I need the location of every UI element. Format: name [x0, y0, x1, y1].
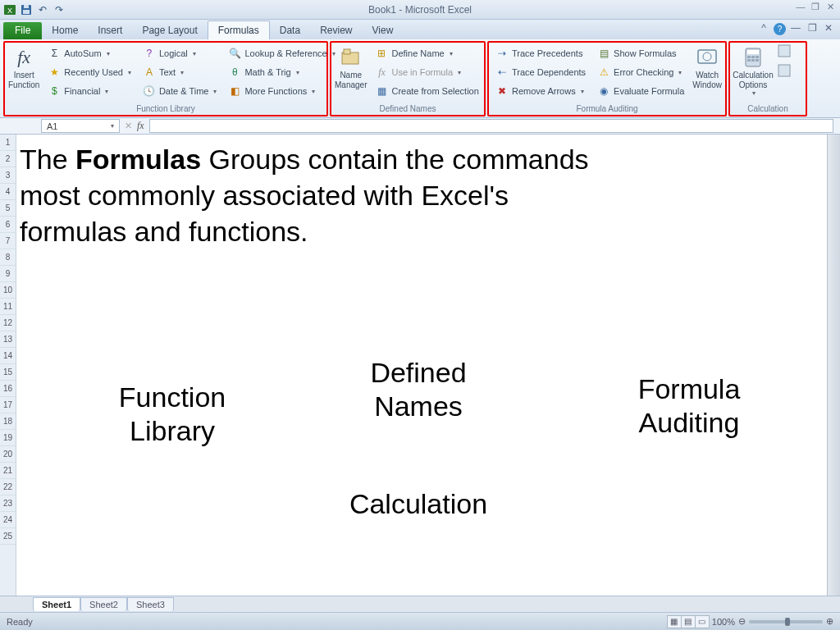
- zoom-in-button[interactable]: ⊕: [826, 616, 833, 627]
- tab-data[interactable]: Data: [270, 21, 310, 39]
- cube-icon: ◧: [228, 84, 241, 98]
- recently-used-button[interactable]: ★Recently Used▾: [44, 63, 135, 81]
- tab-file[interactable]: File: [3, 22, 42, 39]
- calculate-sheet-icon[interactable]: [778, 64, 792, 79]
- row-header[interactable]: 11: [0, 299, 16, 315]
- formula-input[interactable]: [149, 119, 833, 133]
- row-header[interactable]: 20: [0, 446, 16, 463]
- svg-rect-18: [778, 65, 790, 76]
- sheet-tab[interactable]: Sheet1: [33, 597, 80, 611]
- vertical-scrollbar[interactable]: [827, 135, 840, 596]
- row-header[interactable]: 5: [0, 200, 16, 217]
- trace-dependents-button[interactable]: ⇠Trace Dependents: [492, 63, 589, 81]
- calculation-options-button[interactable]: Calculation Options▾: [733, 44, 773, 97]
- row-header[interactable]: 21: [0, 463, 16, 479]
- evaluate-formula-button[interactable]: ◉Evaluate Formula: [594, 82, 687, 100]
- row-header[interactable]: 25: [0, 528, 16, 545]
- svg-rect-7: [698, 50, 716, 63]
- more-functions-button[interactable]: ◧More Functions▾: [225, 82, 338, 100]
- row-header[interactable]: 7: [0, 233, 16, 249]
- evaluate-icon: ◉: [597, 84, 610, 98]
- sheet-tab[interactable]: Sheet2: [80, 597, 127, 611]
- use-in-formula-button[interactable]: fxUse in Formula▾: [372, 63, 482, 81]
- financial-button[interactable]: $Financial▾: [44, 82, 135, 100]
- theta-icon: θ: [228, 66, 241, 79]
- row-header[interactable]: 2: [0, 151, 16, 167]
- autosum-button[interactable]: ΣAutoSum▾: [44, 44, 135, 62]
- date-time-button[interactable]: 🕓Date & Time▾: [139, 82, 221, 100]
- help-icon[interactable]: ?: [774, 23, 786, 35]
- row-header[interactable]: 10: [0, 282, 16, 299]
- remove-arrows-button[interactable]: ✖Remove Arrows▾: [492, 82, 589, 100]
- arrow-out-icon: ⇠: [495, 66, 509, 79]
- svg-rect-10: [747, 50, 759, 54]
- row-header[interactable]: 13: [0, 331, 16, 348]
- trace-precedents-button[interactable]: ⇢Trace Precedents: [492, 44, 589, 62]
- restore-icon[interactable]: ❐: [809, 2, 822, 13]
- normal-view-icon: ▦: [667, 615, 682, 628]
- window-title: Book1 - Microsoft Excel: [0, 4, 840, 16]
- tab-insert[interactable]: Insert: [88, 21, 132, 39]
- redo-icon[interactable]: ↷: [52, 3, 66, 16]
- tab-view[interactable]: View: [363, 21, 404, 39]
- show-formulas-icon: ▤: [597, 47, 610, 60]
- create-from-selection-button[interactable]: ▦Create from Selection: [372, 82, 482, 100]
- view-buttons[interactable]: ▦▤▭: [667, 615, 709, 628]
- svg-rect-4: [23, 10, 30, 14]
- window-restore-icon[interactable]: ❐: [806, 22, 819, 35]
- row-header[interactable]: 23: [0, 495, 16, 512]
- row-headers: 12 34 56 78 910 1112 1314 1516 1718 1920…: [0, 135, 16, 596]
- row-header[interactable]: 8: [0, 249, 16, 266]
- name-box[interactable]: A1▾: [41, 119, 120, 133]
- row-header[interactable]: 12: [0, 315, 16, 331]
- text-button[interactable]: AText▾: [139, 63, 221, 81]
- minimize-ribbon-icon[interactable]: ^: [757, 22, 770, 35]
- tab-page-layout[interactable]: Page Layout: [132, 21, 207, 39]
- row-header[interactable]: 17: [0, 397, 16, 413]
- group-function-library: fx Insert Function ΣAutoSum▾ ★Recently U…: [3, 41, 328, 116]
- group-label: Function Library: [8, 103, 323, 115]
- row-header[interactable]: 18: [0, 413, 16, 430]
- define-name-button[interactable]: ⊞Define Name▾: [372, 44, 482, 62]
- insert-function-button[interactable]: fx Insert Function: [8, 44, 39, 89]
- zoom-level[interactable]: 100%: [712, 617, 735, 627]
- row-header[interactable]: 6: [0, 217, 16, 233]
- ribbon: fx Insert Function ΣAutoSum▾ ★Recently U…: [0, 39, 840, 118]
- minimize-icon[interactable]: —: [794, 2, 807, 13]
- row-header[interactable]: 4: [0, 184, 16, 200]
- name-manager-button[interactable]: Name Manager: [335, 44, 367, 89]
- undo-icon[interactable]: ↶: [36, 3, 49, 16]
- cancel-icon[interactable]: ✕: [125, 121, 132, 131]
- svg-rect-11: [747, 56, 751, 58]
- tab-formulas[interactable]: Formulas: [208, 21, 270, 39]
- row-header[interactable]: 24: [0, 512, 16, 528]
- row-header[interactable]: 3: [0, 167, 16, 184]
- tab-review[interactable]: Review: [310, 21, 362, 39]
- window-min-icon[interactable]: —: [789, 22, 802, 35]
- clock-icon: 🕓: [143, 84, 156, 98]
- row-header[interactable]: 15: [0, 364, 16, 381]
- window-close-icon[interactable]: ✕: [822, 22, 835, 35]
- show-formulas-button[interactable]: ▤Show Formulas: [594, 44, 687, 62]
- logical-button[interactable]: ?Logical▾: [139, 44, 221, 62]
- row-header[interactable]: 1: [0, 135, 16, 151]
- row-header[interactable]: 16: [0, 381, 16, 397]
- row-header[interactable]: 9: [0, 266, 16, 282]
- tab-home[interactable]: Home: [42, 21, 88, 39]
- row-header[interactable]: 19: [0, 430, 16, 446]
- zoom-slider[interactable]: [749, 620, 823, 623]
- save-icon[interactable]: [20, 3, 33, 16]
- tag-icon: ⊞: [375, 47, 388, 60]
- row-header[interactable]: 14: [0, 348, 16, 364]
- math-trig-button[interactable]: θMath & Trig▾: [225, 63, 338, 81]
- calculate-now-icon[interactable]: [778, 44, 792, 59]
- watch-window-button[interactable]: Watch Window: [692, 44, 722, 89]
- fx-icon[interactable]: fx: [137, 120, 144, 132]
- close-icon[interactable]: ✕: [824, 2, 837, 13]
- error-checking-button[interactable]: ⚠Error Checking▾: [594, 63, 687, 81]
- lookup-reference-button[interactable]: 🔍Lookup & Reference▾: [225, 44, 338, 62]
- zoom-out-button[interactable]: ⊖: [738, 616, 746, 627]
- sheet-tab[interactable]: Sheet3: [127, 597, 174, 611]
- row-header[interactable]: 22: [0, 479, 16, 495]
- description-text: The Formulas Groups contain the commands…: [20, 141, 824, 250]
